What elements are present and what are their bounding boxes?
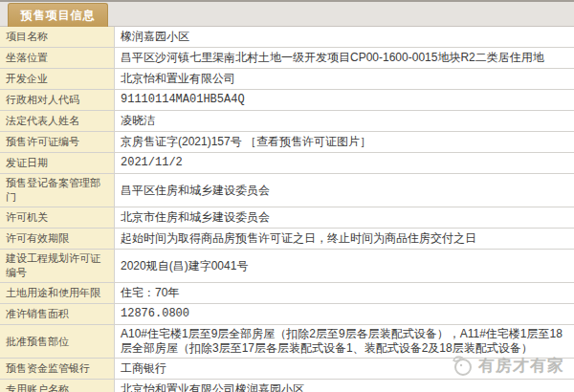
field-label: 土地用途和使用年限 [0,283,115,304]
field-value-text: 北京怡和置业有限公司 [121,72,235,85]
tab-presale-project-info[interactable]: 预售项目信息 [8,3,108,27]
table-row: 预售资金监管银行工商银行 [0,359,574,380]
table-body: 项目名称橡润嘉园小区坐落位置昌平区沙河镇七里渠南北村土地一级开发项目CP00-1… [0,27,574,392]
table-row: 项目名称橡润嘉园小区 [0,27,574,48]
field-label: 批准预售部位 [0,325,115,359]
table-row: 行政相对人代码91110114MA01HB5A4Q [0,90,574,111]
field-label: 预售资金监管银行 [0,359,115,380]
field-value: 昌平区沙河镇七里渠南北村土地一级开发项目CP00-1600-0015地块R2二类… [115,48,574,69]
field-value-text: 橡润嘉园小区 [121,30,189,43]
field-value: 橡润嘉园小区 [115,27,574,48]
table-row: 预售登记备案管理部门昌平区住房和城乡建设委员会 [0,174,574,207]
field-value-text: 91110114MA01HB5A4Q [121,93,245,106]
field-value-text: 京房售证字(2021)157号 [121,135,245,148]
field-label: 法定代表人姓名 [0,111,115,132]
field-value: 12876.0800 [115,304,574,325]
field-value: 京房售证字(2021)157号 ［查看预售许可证图片］ [115,132,574,153]
field-value: 2020规自(昌)建字0041号 [115,250,574,283]
table-row: 坐落位置昌平区沙河镇七里渠南北村土地一级开发项目CP00-1600-0015地块… [0,48,574,69]
field-label: 许可机关 [0,207,115,229]
table-row: 预售许可证编号京房售证字(2021)157号 ［查看预售许可证图片］ [0,132,574,153]
table-row: 建设工程规划许可证编号2020规自(昌)建字0041号 [0,250,574,283]
header-strip: 预售项目信息 [0,0,574,27]
field-value-text: 2020规自(昌)建字0041号 [121,259,248,272]
table-row: 许可机关北京市住房和城乡建设委员会 [0,207,574,229]
field-value: 91110114MA01HB5A4Q [115,90,574,111]
table-row: 土地用途和使用年限住宅：70年 [0,283,574,304]
table-row: 准许销售面积12876.0800 [0,304,574,325]
field-value-text: 2021/11/2 [121,156,183,169]
field-value-text: 昌平区沙河镇七里渠南北村土地一级开发项目CP00-1600-0015地块R2二类… [121,51,544,64]
field-value-text: 凌晓洁 [121,114,155,127]
field-label: 行政相对人代码 [0,90,115,111]
field-value: A10#住宅楼1层至9层全部房屋（扣除2层至9层各层装配式设备），A11#住宅楼… [115,325,574,359]
field-value: 工商银行 [115,359,574,380]
field-label: 准许销售面积 [0,304,115,325]
field-value: 北京怡和置业有限公司 [115,69,574,90]
table-row: 许可有效期限起始时间为取得商品房预售许可证之日，终止时间为商品住房交付之日 [0,229,574,250]
field-value: 凌晓洁 [115,111,574,132]
field-label: 坐落位置 [0,48,115,69]
field-label: 发证日期 [0,153,115,174]
field-value-text: A10#住宅楼1层至9层全部房屋（扣除2层至9层各层装配式设备），A11#住宅楼… [121,327,563,355]
field-value-text: 12876.0800 [121,307,189,320]
view-presale-permit-link[interactable]: ［查看预售许可证图片］ [245,135,371,148]
field-value: 2021/11/2 [115,153,574,174]
field-label: 建设工程规划许可证编号 [0,250,115,283]
field-value-text: 住宅：70年 [121,286,179,299]
field-value-text: 工商银行 [121,361,166,375]
field-value: 住宅：70年 [115,283,574,304]
field-value-text: 北京怡和置业有限公司橡润嘉园小区 [121,382,304,392]
field-label: 预售登记备案管理部门 [0,174,115,207]
table-row: 法定代表人姓名凌晓洁 [0,111,574,132]
field-value: 起始时间为取得商品房预售许可证之日，终止时间为商品住房交付之日 [115,229,574,250]
table-row: 发证日期2021/11/2 [0,153,574,174]
presale-info-table: 项目名称橡润嘉园小区坐落位置昌平区沙河镇七里渠南北村土地一级开发项目CP00-1… [0,27,574,392]
field-value-text: 昌平区住房和城乡建设委员会 [121,184,270,197]
field-value: 北京怡和置业有限公司橡润嘉园小区 [115,380,574,392]
field-value-text: 北京市住房和城乡建设委员会 [121,210,270,224]
table-row: 批准预售部位A10#住宅楼1层至9层全部房屋（扣除2层至9层各层装配式设备），A… [0,325,574,359]
field-value: 昌平区住房和城乡建设委员会 [115,174,574,207]
table-row: 开发企业北京怡和置业有限公司 [0,69,574,90]
field-value: 北京市住房和城乡建设委员会 [115,207,574,229]
field-label: 专用账户名称 [0,380,115,392]
field-label: 许可有效期限 [0,229,115,250]
field-value-text: 起始时间为取得商品房预售许可证之日，终止时间为商品住房交付之日 [121,231,476,245]
field-label: 项目名称 [0,27,115,48]
table-row: 专用账户名称北京怡和置业有限公司橡润嘉园小区 [0,380,574,392]
field-label: 开发企业 [0,69,115,90]
field-label: 预售许可证编号 [0,132,115,153]
